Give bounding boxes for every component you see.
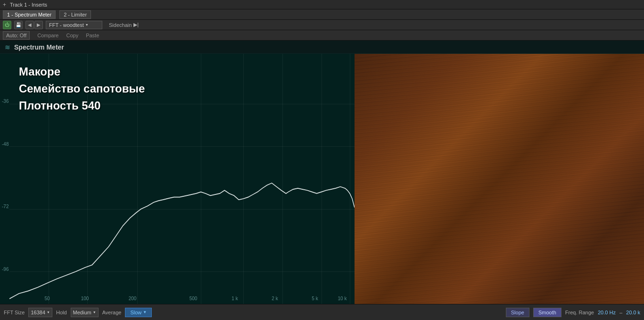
smooth-button[interactable]: Smooth <box>533 308 561 317</box>
slope-button[interactable]: Slope <box>506 308 529 317</box>
x-label-1k: 1 k <box>231 296 238 301</box>
y-label-48: -48 <box>2 142 8 147</box>
power-button[interactable]: ⏻ <box>3 21 11 29</box>
toolbar-row: ⏻ 💾 ◀ ▶ FFT - woodtest Sidechain ▶| <box>0 20 644 30</box>
hold-value: Medium <box>73 310 91 315</box>
y-label-36: -36 <box>2 99 8 104</box>
prev-button[interactable]: ◀ <box>25 21 34 29</box>
content-row: -36 -48 -72 -96 Мак <box>0 54 644 304</box>
fft-size-label: FFT Size <box>4 310 25 315</box>
sidechain-label: Sidechain <box>109 22 132 28</box>
toolbar-row-2: Auto: Off Compare Copy Paste <box>0 30 644 41</box>
x-label-10k: 10 k <box>338 296 347 301</box>
plugin-title-bar: ≋ Spectrum Meter <box>0 41 644 54</box>
average-chevron-icon: ▼ <box>143 310 147 314</box>
wood-texture-panel <box>355 54 644 304</box>
x-label-2k: 2 k <box>272 296 278 301</box>
hold-label: Hold <box>56 310 67 315</box>
x-label-50: 50 <box>44 296 50 301</box>
freq-low-value: 20.0 Hz <box>598 310 616 315</box>
fft-size-dropdown[interactable]: 16384 <box>28 308 52 317</box>
add-track-button[interactable]: + <box>3 1 6 8</box>
y-label-96: -96 <box>2 267 8 272</box>
sidechain-area: Sidechain ▶| <box>109 22 139 28</box>
spectrum-curve <box>9 54 355 304</box>
save-icon[interactable]: 💾 <box>14 21 23 29</box>
tab-spectrum-meter[interactable]: 1 - Spectrum Meter <box>3 10 56 19</box>
fft-size-value: 16384 <box>31 310 45 315</box>
x-label-500: 500 <box>190 296 198 301</box>
freq-range-label: Freq. Range <box>565 310 594 315</box>
plugin-tabs-row: 1 - Spectrum Meter 2 - Limiter <box>0 9 644 20</box>
paste-button[interactable]: Paste <box>86 33 99 38</box>
hold-dropdown[interactable]: Medium <box>71 308 99 317</box>
fft-preset-dropdown[interactable]: FFT - woodtest <box>46 21 102 29</box>
freq-high-value: 20.0 k <box>626 310 640 315</box>
y-label-72: -72 <box>2 204 8 209</box>
freq-separator: – <box>619 310 622 315</box>
sidechain-arrow-icon[interactable]: ▶| <box>133 22 139 28</box>
title-bar-text: Track 1 - Inserts <box>10 2 47 8</box>
compare-button[interactable]: Compare <box>37 33 58 38</box>
plugin-title-text: Spectrum Meter <box>14 43 64 51</box>
spectrum-wrapper: -36 -48 -72 -96 Мак <box>0 54 355 304</box>
bottom-bar: FFT Size 16384 Hold Medium Average Slow … <box>0 304 644 320</box>
copy-button[interactable]: Copy <box>66 33 78 38</box>
spectrum-display: -36 -48 -72 -96 Мак <box>0 54 355 304</box>
x-label-200: 200 <box>129 296 137 301</box>
average-slow-button[interactable]: Slow ▼ <box>125 308 152 317</box>
next-button[interactable]: ▶ <box>34 21 43 29</box>
x-label-100: 100 <box>81 296 89 301</box>
spectrum-icon: ≋ <box>5 43 10 51</box>
app: + Track 1 - Inserts 1 - Spectrum Meter 2… <box>0 0 644 320</box>
average-label: Average <box>102 310 122 315</box>
title-bar: + Track 1 - Inserts <box>0 0 644 9</box>
tab-limiter[interactable]: 2 - Limiter <box>59 10 91 19</box>
nav-buttons: ◀ ▶ <box>25 21 43 29</box>
x-label-5k: 5 k <box>312 296 318 301</box>
auto-off-button[interactable]: Auto: Off <box>3 31 30 40</box>
